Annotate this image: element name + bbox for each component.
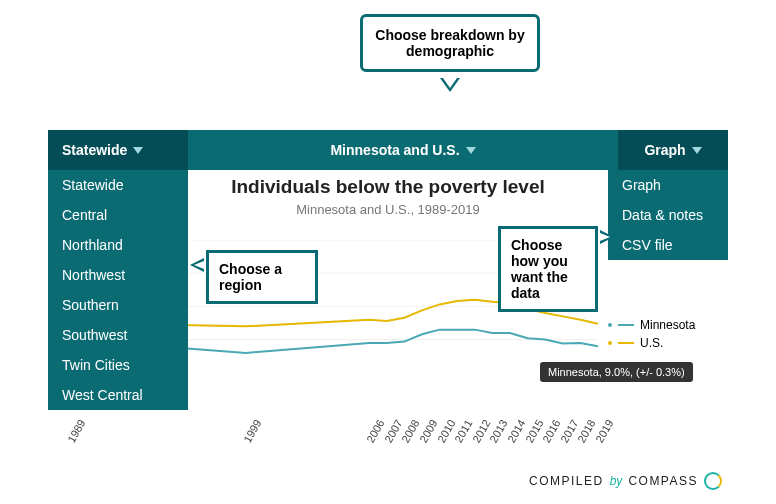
legend-label: U.S.: [640, 336, 663, 350]
region-option[interactable]: Twin Cities: [48, 350, 188, 380]
region-option[interactable]: Statewide: [48, 170, 188, 200]
nav-statewide-dropdown[interactable]: Statewide: [48, 130, 188, 170]
navbar: Statewide Minnesota and U.S. Graph: [48, 130, 728, 170]
x-axis: 1989199920062007200820092010201120122013…: [70, 408, 598, 462]
brand-by: by: [610, 474, 623, 488]
region-dropdown-menu: Statewide Central Northland Northwest So…: [48, 170, 188, 410]
compass-logo-icon: [704, 472, 722, 490]
x-tick-label: 1999: [241, 417, 264, 444]
nav-breakdown-dropdown[interactable]: Minnesota and U.S.: [188, 130, 618, 170]
nav-breakdown-label: Minnesota and U.S.: [330, 142, 459, 158]
region-option[interactable]: Southwest: [48, 320, 188, 350]
chevron-down-icon: [133, 147, 143, 154]
view-option[interactable]: Data & notes: [608, 200, 728, 230]
brand-name: COMPASS: [628, 474, 698, 488]
callout-data-format-tail: [600, 230, 618, 244]
region-option[interactable]: Southern: [48, 290, 188, 320]
legend-label: Minnesota: [640, 318, 695, 332]
legend-marker: [608, 341, 612, 345]
callout-region: Choose a region: [206, 250, 318, 304]
chevron-down-icon: [692, 147, 702, 154]
region-option[interactable]: West Central: [48, 380, 188, 410]
x-tick-label: 2007: [382, 417, 405, 444]
chart-tooltip: Minnesota, 9.0%, (+/- 0.3%): [540, 362, 693, 382]
legend-line: [618, 342, 634, 344]
chevron-down-icon: [466, 147, 476, 154]
callout-demographic: Choose breakdown by demographic: [360, 14, 540, 72]
x-tick-label: 2017: [558, 417, 581, 444]
x-tick-label: 2012: [470, 417, 493, 444]
view-dropdown-menu: Graph Data & notes CSV file: [608, 170, 728, 260]
legend-marker: [608, 323, 612, 327]
callout-demographic-tail: [440, 78, 460, 92]
region-option[interactable]: Northland: [48, 230, 188, 260]
x-tick-label: 2014: [505, 417, 528, 444]
legend-item-us: U.S.: [608, 336, 728, 350]
x-tick-label: 2009: [417, 417, 440, 444]
view-option[interactable]: CSV file: [608, 230, 728, 260]
region-option[interactable]: Central: [48, 200, 188, 230]
legend-item-minnesota: Minnesota: [608, 318, 728, 332]
x-tick-label: 1989: [65, 417, 88, 444]
nav-statewide-label: Statewide: [62, 142, 127, 158]
x-tick-label: 2006: [364, 417, 387, 444]
x-tick-label: 2019: [593, 417, 616, 444]
brand-compiled: COMPILED: [529, 474, 604, 488]
legend: Minnesota U.S.: [608, 318, 728, 354]
region-option[interactable]: Northwest: [48, 260, 188, 290]
nav-view-dropdown[interactable]: Graph: [618, 130, 728, 170]
callout-data-format: Choose how you want the data: [498, 226, 598, 312]
view-option[interactable]: Graph: [608, 170, 728, 200]
nav-view-label: Graph: [644, 142, 685, 158]
callout-region-tail: [190, 258, 208, 272]
legend-line: [618, 324, 634, 326]
brand-footer: COMPILED by COMPASS: [529, 472, 722, 490]
